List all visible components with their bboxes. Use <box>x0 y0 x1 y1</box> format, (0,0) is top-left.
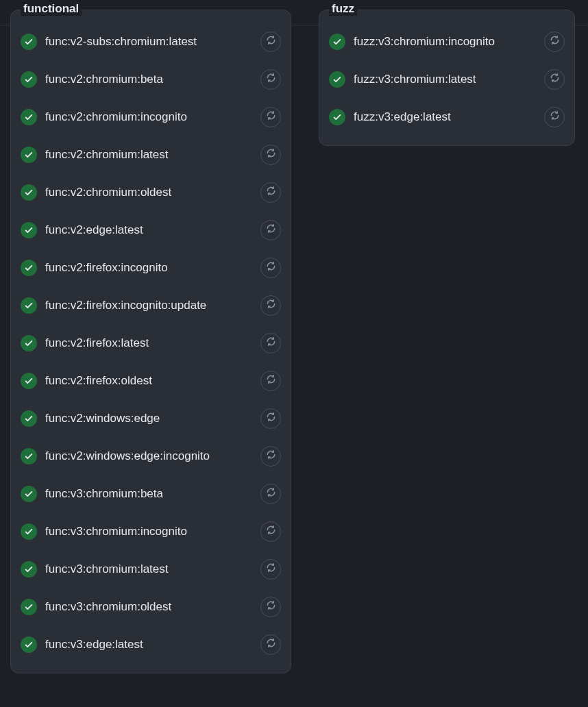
refresh-icon <box>266 487 276 500</box>
check-circle-icon <box>21 636 37 653</box>
job-label[interactable]: func:v3:chromium:beta <box>45 487 260 501</box>
rerun-button[interactable] <box>544 32 565 52</box>
refresh-icon <box>266 223 276 236</box>
rerun-button[interactable] <box>260 333 281 354</box>
panel-body-functional: func:v2-subs:chromium:latestfunc:v2:chro… <box>11 10 291 673</box>
check-circle-icon <box>21 373 37 389</box>
rerun-button[interactable] <box>260 182 281 203</box>
job-label[interactable]: func:v2:firefox:incognito <box>45 261 260 275</box>
job-label[interactable]: fuzz:v3:edge:latest <box>354 110 544 124</box>
rerun-button[interactable] <box>260 408 281 429</box>
check-circle-icon <box>21 34 37 50</box>
check-circle-icon <box>21 297 37 314</box>
job-label[interactable]: func:v2:chromium:incognito <box>45 110 260 124</box>
check-circle-icon <box>21 71 37 88</box>
check-circle-icon <box>329 71 345 88</box>
job-label[interactable]: fuzz:v3:chromium:incognito <box>354 35 544 49</box>
job-row: func:v3:chromium:incognito <box>21 512 281 550</box>
refresh-icon <box>266 562 276 575</box>
check-circle-icon <box>21 184 37 201</box>
refresh-icon <box>266 299 276 312</box>
refresh-icon <box>266 336 276 349</box>
rerun-button[interactable] <box>260 446 281 467</box>
refresh-icon <box>266 525 276 538</box>
connector-line <box>0 25 10 25</box>
connector-line <box>575 25 587 25</box>
job-row: fuzz:v3:edge:latest <box>329 98 565 136</box>
rerun-button[interactable] <box>260 220 281 240</box>
job-row: func:v2:edge:latest <box>21 211 281 249</box>
job-row: func:v2:firefox:incognito <box>21 249 281 286</box>
job-label[interactable]: func:v3:edge:latest <box>45 638 260 652</box>
refresh-icon <box>266 449 276 462</box>
rerun-button[interactable] <box>260 521 281 542</box>
rerun-button[interactable] <box>260 69 281 90</box>
rerun-button[interactable] <box>260 559 281 580</box>
job-row: func:v2:windows:edge:incognito <box>21 437 281 475</box>
check-circle-icon <box>21 147 37 163</box>
job-label[interactable]: func:v2:firefox:latest <box>45 336 260 350</box>
rerun-button[interactable] <box>260 597 281 617</box>
check-circle-icon <box>21 486 37 502</box>
job-row: func:v2:chromium:incognito <box>21 98 281 136</box>
refresh-icon <box>266 35 276 48</box>
job-label[interactable]: func:v3:chromium:incognito <box>45 525 260 538</box>
rerun-button[interactable] <box>260 107 281 127</box>
panel-body-fuzz: fuzz:v3:chromium:incognitofuzz:v3:chromi… <box>319 10 574 145</box>
refresh-icon <box>266 638 276 651</box>
job-label[interactable]: func:v2:chromium:latest <box>45 148 260 162</box>
connector-line <box>291 25 319 25</box>
refresh-icon <box>266 374 276 387</box>
panel-title-fuzz: fuzz <box>329 2 357 16</box>
job-row: func:v3:chromium:oldest <box>21 588 281 625</box>
refresh-icon <box>266 186 276 199</box>
job-label[interactable]: func:v2:chromium:beta <box>45 73 260 86</box>
check-circle-icon <box>21 599 37 615</box>
panel-fuzz: fuzz fuzz:v3:chromium:incognitofuzz:v3:c… <box>319 10 575 146</box>
refresh-icon <box>550 35 560 48</box>
check-circle-icon <box>21 523 37 540</box>
check-circle-icon <box>21 109 37 125</box>
check-circle-icon <box>21 222 37 238</box>
job-row: func:v2:firefox:oldest <box>21 362 281 399</box>
panels-container: functional func:v2-subs:chromium:latestf… <box>0 0 588 673</box>
job-row: func:v3:chromium:latest <box>21 550 281 588</box>
job-row: func:v2:chromium:oldest <box>21 173 281 211</box>
job-row: func:v3:chromium:beta <box>21 475 281 512</box>
refresh-icon <box>266 73 276 86</box>
refresh-icon <box>266 600 276 613</box>
refresh-icon <box>266 261 276 274</box>
job-row: fuzz:v3:chromium:latest <box>329 60 565 98</box>
rerun-button[interactable] <box>544 107 565 127</box>
job-row: func:v2-subs:chromium:latest <box>21 23 281 60</box>
check-circle-icon <box>21 410 37 427</box>
job-row: func:v3:edge:latest <box>21 625 281 663</box>
job-label[interactable]: func:v2:chromium:oldest <box>45 186 260 199</box>
job-label[interactable]: fuzz:v3:chromium:latest <box>354 73 544 86</box>
job-label[interactable]: func:v3:chromium:latest <box>45 562 260 576</box>
job-label[interactable]: func:v2:windows:edge <box>45 412 260 425</box>
refresh-icon <box>550 73 560 86</box>
rerun-button[interactable] <box>260 484 281 504</box>
refresh-icon <box>266 148 276 161</box>
job-label[interactable]: func:v3:chromium:oldest <box>45 600 260 614</box>
job-row: func:v2:chromium:beta <box>21 60 281 98</box>
refresh-icon <box>266 110 276 123</box>
job-row: func:v2:firefox:incognito:update <box>21 286 281 324</box>
rerun-button[interactable] <box>260 295 281 316</box>
rerun-button[interactable] <box>544 69 565 90</box>
job-label[interactable]: func:v2:firefox:oldest <box>45 374 260 388</box>
rerun-button[interactable] <box>260 145 281 165</box>
refresh-icon <box>550 110 560 123</box>
rerun-button[interactable] <box>260 634 281 655</box>
job-label[interactable]: func:v2:firefox:incognito:update <box>45 299 260 312</box>
check-circle-icon <box>21 335 37 351</box>
rerun-button[interactable] <box>260 258 281 278</box>
rerun-button[interactable] <box>260 32 281 52</box>
rerun-button[interactable] <box>260 371 281 391</box>
job-row: fuzz:v3:chromium:incognito <box>329 23 565 60</box>
job-row: func:v2:firefox:latest <box>21 324 281 362</box>
job-label[interactable]: func:v2-subs:chromium:latest <box>45 35 260 49</box>
job-label[interactable]: func:v2:edge:latest <box>45 223 260 237</box>
job-label[interactable]: func:v2:windows:edge:incognito <box>45 449 260 463</box>
